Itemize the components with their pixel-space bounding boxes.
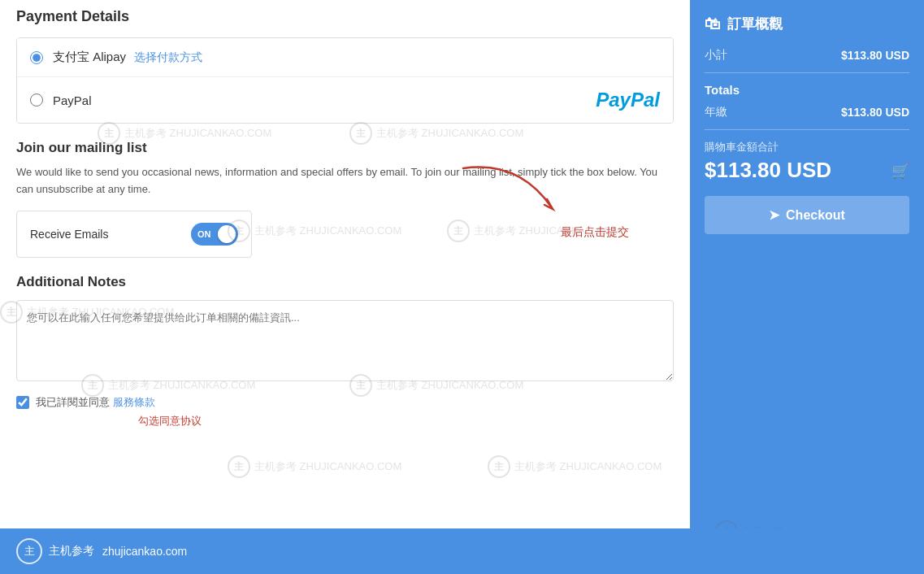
paypal-radio[interactable] bbox=[30, 93, 43, 107]
alipay-option[interactable]: 支付宝 Alipay 选择付款方式 bbox=[17, 38, 673, 77]
toggle-on-text: ON bbox=[197, 229, 211, 239]
totals-label: Totals bbox=[705, 83, 909, 97]
toggle-circle bbox=[218, 225, 236, 243]
bottom-annotation-text: 勾选同意协议 bbox=[138, 415, 202, 427]
order-summary-title: 🛍 訂單概觀 bbox=[705, 15, 909, 33]
terms-checkbox[interactable] bbox=[16, 396, 29, 409]
paypal-option[interactable]: PayPal PayPal bbox=[17, 77, 673, 123]
paypal-logo: PayPal bbox=[596, 89, 660, 111]
bottom-bar-logo: 主 主机参考 bbox=[16, 538, 94, 564]
receive-emails-label: Receive Emails bbox=[30, 228, 108, 241]
mailing-title: Join our mailing list bbox=[16, 140, 674, 156]
checkout-button[interactable]: ➤ Checkout bbox=[705, 196, 909, 234]
total-amount: $113.80 USD 🛒 bbox=[705, 158, 909, 183]
mailing-description: We would like to send you occasional new… bbox=[16, 164, 674, 198]
paypal-logo-pal: Pal bbox=[631, 89, 660, 111]
total-divider bbox=[705, 129, 909, 130]
alipay-link[interactable]: 选择付款方式 bbox=[134, 50, 202, 65]
paypal-label: PayPal bbox=[53, 93, 92, 107]
annual-value: $113.80 USD bbox=[841, 106, 909, 119]
alipay-label: 支付宝 Alipay bbox=[53, 50, 126, 65]
shopping-bag-icon: 🛍 bbox=[705, 15, 721, 33]
additional-notes-section: Additional Notes bbox=[16, 274, 674, 384]
payment-section: Payment Details 支付宝 Alipay 选择付款方式 PayPal… bbox=[16, 8, 674, 124]
paypal-logo-pay: Pay bbox=[596, 89, 631, 111]
sidebar: 🛍 訂單概觀 小計 $113.80 USD Totals 年繳 $113.80 … bbox=[690, 0, 924, 574]
checkout-arrow-icon: ➤ bbox=[769, 207, 779, 223]
terms-row: 我已詳閱並同意 服務條款 bbox=[16, 395, 674, 410]
payment-options-container: 支付宝 Alipay 选择付款方式 PayPal PayPal bbox=[16, 37, 674, 124]
cart-total-label: 購物車金額合計 bbox=[705, 140, 909, 154]
receive-emails-toggle[interactable]: ON bbox=[191, 223, 238, 246]
payment-title: Payment Details bbox=[16, 8, 674, 25]
subtotal-label: 小計 bbox=[705, 48, 727, 63]
annual-row: 年繳 $113.80 USD bbox=[705, 105, 909, 120]
additional-notes-title: Additional Notes bbox=[16, 274, 674, 290]
additional-notes-input[interactable] bbox=[16, 300, 674, 381]
subtotal-value: $113.80 USD bbox=[841, 49, 909, 62]
order-summary: 🛍 訂單概觀 小計 $113.80 USD Totals 年繳 $113.80 … bbox=[690, 0, 924, 234]
mailing-section: Join our mailing list We would like to s… bbox=[16, 140, 674, 258]
terms-link[interactable]: 服務條款 bbox=[113, 396, 155, 408]
subtotal-row: 小計 $113.80 USD bbox=[705, 48, 909, 63]
bottom-bar: 主 主机参考 zhujicankao.com bbox=[0, 528, 924, 574]
annual-label: 年繳 bbox=[705, 105, 727, 120]
bottom-annotation: 勾选同意协议 bbox=[138, 414, 674, 428]
receive-emails-box: Receive Emails ON bbox=[16, 211, 252, 258]
cart-icon: 🛒 bbox=[891, 162, 909, 180]
summary-divider bbox=[705, 72, 909, 73]
brand-circle-icon: 主 bbox=[16, 538, 42, 564]
terms-text: 我已詳閱並同意 服務條款 bbox=[36, 395, 155, 410]
alipay-radio[interactable] bbox=[30, 51, 43, 64]
annotation-text: 最后点击提交 bbox=[561, 225, 629, 240]
